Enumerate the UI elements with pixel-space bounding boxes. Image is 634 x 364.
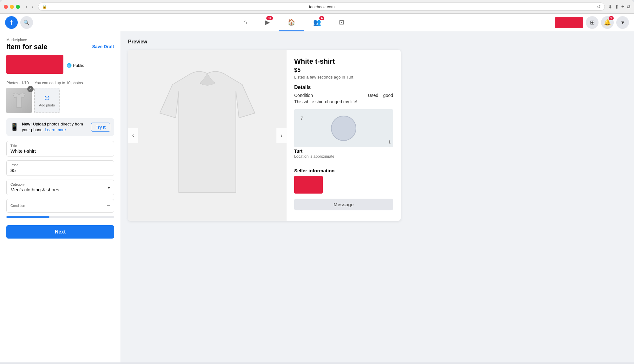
preview-details-section: Details Condition Used – good This white… — [294, 85, 393, 104]
preview-listed: Listed a few seconds ago in Turt — [294, 75, 393, 80]
title-input[interactable] — [10, 148, 110, 154]
close-traffic-light[interactable] — [4, 5, 8, 9]
preview-item-title: White t-shirt — [294, 57, 393, 66]
preview-card: ‹ › White t-shirt $5 Listed a few second… — [128, 50, 401, 221]
grid-menu-button[interactable]: ⊞ — [586, 16, 598, 29]
notifications-button[interactable]: 🔔 9 — [601, 16, 614, 29]
category-inner: Category Men's clothing & shoes — [10, 182, 108, 192]
tabs-icon[interactable]: ⧉ — [627, 4, 630, 10]
try-it-button[interactable]: Try It — [91, 123, 110, 132]
category-value: Men's clothing & shoes — [10, 187, 108, 192]
minimize-traffic-light[interactable] — [10, 5, 14, 9]
category-field-group[interactable]: Category Men's clothing & shoes ▾ — [6, 180, 114, 195]
add-photo-label: Add photo — [39, 103, 55, 107]
forward-button[interactable]: › — [30, 3, 35, 10]
cover-photo-section: 🌐 Public — [6, 55, 114, 76]
map-number: 7 — [301, 116, 303, 121]
condition-detail-row: Condition Used – good — [294, 93, 393, 98]
map-info-icon[interactable]: ℹ — [389, 139, 391, 145]
tshirt-thumb-svg — [10, 91, 29, 110]
preview-next-button[interactable]: › — [276, 128, 287, 143]
page-title: Item for sale — [6, 43, 48, 51]
nav-gaming[interactable]: ⊡ — [330, 14, 353, 31]
account-menu-button[interactable]: ▾ — [616, 16, 629, 29]
nav-home[interactable]: ⌂ — [235, 14, 256, 31]
new-tab-icon[interactable]: + — [621, 4, 624, 10]
nav-center: ⌂ ▶ 9+ 🏠 👥 4 ⊡ — [36, 14, 552, 31]
condition-label: Condition — [10, 204, 25, 208]
chevron-down-icon: ▾ — [621, 19, 624, 26]
add-photo-button[interactable]: ⊕ Add photo — [34, 88, 60, 113]
browser-right-controls: ⬇ ⬆ + ⧉ — [608, 4, 630, 10]
photo-thumbnail[interactable]: ✕ — [6, 88, 32, 113]
seller-info-title: Seller information — [294, 168, 393, 173]
gaming-icon: ⊡ — [339, 18, 344, 26]
address-bar[interactable]: 🔒 facebook.com ↺ — [38, 3, 605, 11]
lock-icon: 🔒 — [42, 4, 47, 9]
preview-details-title: Details — [294, 85, 393, 90]
title-field-group: Title — [6, 141, 114, 156]
title-label: Title — [10, 144, 110, 148]
save-draft-button[interactable]: Save Draft — [92, 38, 114, 49]
price-label: Price — [10, 163, 110, 167]
browser-controls: ‹ › — [24, 3, 35, 10]
price-input[interactable] — [10, 168, 110, 173]
preview-location: Turt — [294, 149, 393, 154]
maximize-traffic-light[interactable] — [16, 5, 20, 9]
nav-groups[interactable]: 👥 4 — [304, 14, 330, 31]
upload-phone-banner: 📱 New! Upload photos directly from your … — [6, 118, 114, 136]
preview-divider — [294, 164, 393, 164]
condition-field-group[interactable]: Condition − — [6, 199, 114, 213]
map-circle — [331, 116, 356, 141]
phone-icon: 📱 — [10, 123, 19, 131]
message-button[interactable]: Message — [294, 199, 393, 210]
marketplace-icon: 🏠 — [288, 18, 295, 26]
preview-price: $5 — [294, 67, 393, 73]
search-icon: 🔍 — [23, 20, 30, 26]
photo-remove-button[interactable]: ✕ — [27, 86, 34, 92]
watch-badge: 9+ — [266, 16, 273, 20]
category-dropdown-arrow: ▾ — [108, 185, 110, 190]
form-header: Marketplace Item for sale Save Draft — [6, 38, 114, 51]
upload-banner-text: New! Upload photos directly from your ph… — [22, 121, 88, 133]
traffic-lights — [4, 5, 20, 9]
nav-right: ⊞ 🔔 9 ▾ — [555, 16, 629, 29]
learn-more-link[interactable]: Learn more — [45, 127, 66, 132]
preview-label: Preview — [128, 39, 626, 45]
form-panel: Marketplace Item for sale Save Draft 🌐 P… — [0, 31, 120, 362]
breadcrumb: Marketplace — [6, 38, 48, 42]
facebook-logo[interactable]: f — [5, 16, 18, 29]
facebook-navbar: f 🔍 ⌂ ▶ 9+ 🏠 👥 4 ⊡ ⊞ 🔔 — [0, 14, 634, 31]
preview-prev-button[interactable]: ‹ — [128, 128, 138, 143]
nav-watch[interactable]: ▶ 9+ — [256, 14, 279, 31]
tshirt-image-wrapper — [128, 50, 287, 221]
red-button[interactable] — [555, 17, 583, 28]
photos-label: Photos · 1/10 — You can add up to 10 pho… — [6, 81, 114, 85]
grid-icon: ⊞ — [590, 19, 595, 26]
preview-panel: Preview ‹ › White t-shirt — [120, 31, 634, 362]
download-icon[interactable]: ⬇ — [608, 4, 612, 10]
public-label: Public — [73, 63, 84, 68]
main-content: Marketplace Item for sale Save Draft 🌐 P… — [0, 31, 634, 362]
groups-badge: 4 — [319, 16, 324, 20]
preview-description: This white shirt changed my life! — [294, 99, 393, 104]
reload-icon[interactable]: ↺ — [597, 4, 601, 9]
back-button[interactable]: ‹ — [24, 3, 29, 10]
share-icon[interactable]: ⬆ — [615, 4, 619, 10]
next-button[interactable]: Next — [6, 225, 114, 239]
map-area: 7 ℹ — [294, 109, 393, 147]
search-button[interactable]: 🔍 — [20, 16, 33, 29]
price-field-group: Price — [6, 160, 114, 176]
category-label: Category — [10, 182, 108, 186]
photos-row: ✕ ⊕ Add photo — [6, 88, 114, 113]
preview-image-area: ‹ › — [128, 50, 287, 221]
nav-marketplace[interactable]: 🏠 — [279, 14, 304, 31]
photo-thumb-image — [6, 88, 32, 113]
preview-details: White t-shirt $5 Listed a few seconds ag… — [287, 50, 401, 221]
cover-photo[interactable] — [6, 55, 63, 74]
browser-chrome: ‹ › 🔒 facebook.com ↺ ⬇ ⬆ + ⧉ — [0, 0, 634, 14]
condition-detail-label: Condition — [294, 93, 313, 98]
seller-avatar — [294, 176, 323, 194]
home-icon: ⌂ — [243, 18, 247, 26]
progress-bar-fill — [6, 216, 49, 218]
